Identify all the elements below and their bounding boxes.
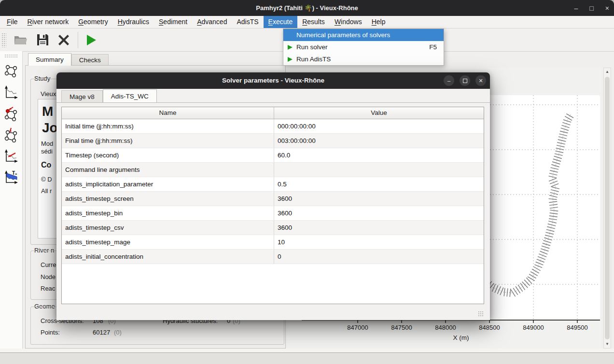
play-icon xyxy=(85,34,97,46)
window-bottom-strip xyxy=(0,353,614,364)
edit-network-tool-button[interactable] xyxy=(2,126,20,143)
sidebar-drag-handle[interactable] xyxy=(4,54,18,58)
table-row: adists_initial_concentration0 xyxy=(62,250,484,264)
param-name-cell[interactable]: Timestep (second) xyxy=(62,148,274,163)
run-solver-button[interactable] xyxy=(84,33,98,47)
menu-item-run-adists[interactable]: Run AdisTS xyxy=(283,53,444,65)
river-network-tool-button[interactable] xyxy=(2,63,20,79)
dialog-tab-adis-ts-wc[interactable]: Adis-TS_WC xyxy=(103,89,157,102)
menu-item-numerical-parameters-of-solvers[interactable]: Numerical parameters of solvers xyxy=(283,29,444,41)
points-value: 60127 xyxy=(93,329,110,336)
titlebar: Pamhyr2 (Tahiti 🌴) - Vieux-Rhône – □ × xyxy=(0,0,614,16)
study-desc-line1: Mod xyxy=(41,140,53,147)
results-profile-tool-button[interactable] xyxy=(2,84,20,100)
menubar-item-execute[interactable]: Execute xyxy=(264,16,298,28)
points-label: Points: xyxy=(41,329,60,336)
tab-summary[interactable]: Summary xyxy=(28,53,71,66)
toolbar-drag-handle[interactable] xyxy=(1,33,6,47)
scrollbar-thumb[interactable] xyxy=(605,77,610,339)
close-study-button[interactable] xyxy=(56,33,71,47)
menubar-item-adists[interactable]: AdisTS xyxy=(232,16,263,28)
param-value-cell[interactable]: 003:00:00:00 xyxy=(274,134,484,148)
points-stat: Points: 60127 (0) xyxy=(41,329,60,336)
dialog-maximize-icon[interactable] xyxy=(460,75,470,86)
save-button[interactable] xyxy=(35,32,50,47)
param-name-cell[interactable]: adists_timestep_bin xyxy=(62,206,274,221)
table-body: Initial time (jj:hh:mm:ss)000:00:00:00Fi… xyxy=(62,119,484,264)
window-controls: – □ × xyxy=(574,0,609,16)
param-value-cell[interactable] xyxy=(274,163,484,177)
chart-back-arrow-icon xyxy=(3,148,19,164)
param-name-cell[interactable]: adists_implicitation_parameter xyxy=(62,177,274,192)
dialog-controls: – ✕ xyxy=(444,75,486,86)
study-title-line1: M xyxy=(42,104,53,119)
dialog-titlebar: Solver parameters - Vieux-Rhône – ✕ xyxy=(56,72,490,89)
menu-item-label: Run solver xyxy=(296,43,328,51)
dialog-close-icon[interactable]: ✕ xyxy=(475,75,486,86)
param-name-cell[interactable]: Initial time (jj:hh:mm:ss) xyxy=(62,119,274,134)
x-tick-label: 848000 xyxy=(435,324,456,331)
chart-line-icon xyxy=(3,84,19,100)
tab-checks[interactable]: Checks xyxy=(71,54,109,66)
river-network-row-fragment: Reac xyxy=(41,285,55,292)
cross-icon xyxy=(57,34,70,46)
network-current-node-icon xyxy=(3,106,19,121)
app-window: Pamhyr2 (Tahiti 🌴) - Vieux-Rhône – □ × F… xyxy=(0,0,614,364)
menubar-item-advanced[interactable]: Advanced xyxy=(192,16,232,28)
initial-conditions-tool-button[interactable]: T₀ xyxy=(2,169,20,185)
menubar-item-results[interactable]: Results xyxy=(297,16,330,28)
current-reach-tool-button[interactable] xyxy=(2,105,20,122)
table-row: Timestep (second)60.0 xyxy=(62,148,484,163)
table-header-value: Value xyxy=(274,107,484,119)
param-value-cell[interactable]: 3600 xyxy=(274,192,484,206)
table-row: adists_timestep_csv3600 xyxy=(62,221,484,235)
open-button[interactable] xyxy=(13,33,29,47)
param-name-cell[interactable]: adists_timestep_screen xyxy=(62,192,274,206)
menubar-item-file[interactable]: File xyxy=(2,16,23,28)
param-name-cell[interactable]: Command line arguments xyxy=(62,163,274,177)
maximize-icon[interactable]: □ xyxy=(589,4,593,12)
param-value-cell[interactable]: 3600 xyxy=(274,221,484,235)
vertical-scrollbar[interactable]: ▲ ▼ xyxy=(603,68,611,349)
menubar-item-sediment[interactable]: Sediment xyxy=(154,16,192,28)
close-icon[interactable]: × xyxy=(605,4,609,12)
minimize-icon[interactable]: – xyxy=(574,4,578,12)
param-name-cell[interactable]: adists_initial_concentration xyxy=(62,250,274,264)
window-title: Pamhyr2 (Tahiti 🌴) - Vieux-Rhône xyxy=(0,0,614,16)
menubar-item-windows[interactable]: Windows xyxy=(330,16,367,28)
study-name-fragment: Vieux xyxy=(41,90,56,98)
river-network-row-fragment: Node xyxy=(41,273,56,280)
plot-xlabel: X (m) xyxy=(453,334,469,341)
menubar-item-river-network[interactable]: River network xyxy=(23,16,74,28)
param-name-cell[interactable]: Final time (jj:hh:mm:ss) xyxy=(62,134,274,148)
param-value-cell[interactable]: 10 xyxy=(274,235,484,250)
execute-menu: Numerical parameters of solversRun solve… xyxy=(283,28,444,66)
param-name-cell[interactable]: adists_timestep_mage xyxy=(62,235,274,250)
table-header-row: Name Value xyxy=(62,107,484,119)
table-row: adists_timestep_screen3600 xyxy=(62,192,484,206)
study-heading-fragment: Co xyxy=(41,161,51,169)
param-value-cell[interactable]: 3600 xyxy=(274,206,484,221)
scroll-down-icon[interactable]: ▼ xyxy=(604,341,611,348)
solver-parameters-table: Name Value Initial time (jj:hh:mm:ss)000… xyxy=(61,107,484,304)
menubar-item-geometry[interactable]: Geometry xyxy=(73,16,112,28)
table-row: adists_implicitation_parameter0.5 xyxy=(62,177,484,192)
param-value-cell[interactable]: 000:00:00:00 xyxy=(274,119,484,134)
dialog-resize-grip[interactable] xyxy=(478,311,484,317)
svg-text:T₀: T₀ xyxy=(12,170,17,176)
param-name-cell[interactable]: adists_timestep_csv xyxy=(62,221,274,235)
param-value-cell[interactable]: 0.5 xyxy=(274,177,484,192)
menu-item-run-solver[interactable]: Run solverF5 xyxy=(283,41,444,53)
river-network-row-fragment: Curre xyxy=(41,261,56,268)
menubar-item-help[interactable]: Help xyxy=(367,16,391,28)
table-row: Command line arguments xyxy=(62,163,484,177)
menubar-item-hydraulics[interactable]: Hydraulics xyxy=(113,16,154,28)
param-value-cell[interactable]: 0 xyxy=(274,250,484,264)
param-value-cell[interactable]: 60.0 xyxy=(274,148,484,163)
network-pointer-icon xyxy=(3,127,19,142)
dialog-minimize-icon[interactable]: – xyxy=(444,75,454,86)
profile-results-tool-button[interactable] xyxy=(2,148,20,164)
dialog-tab-mage-v8[interactable]: Mage v8 xyxy=(61,90,103,102)
study-desc-line2: sédi xyxy=(41,148,53,155)
scroll-up-icon[interactable]: ▲ xyxy=(604,69,611,75)
